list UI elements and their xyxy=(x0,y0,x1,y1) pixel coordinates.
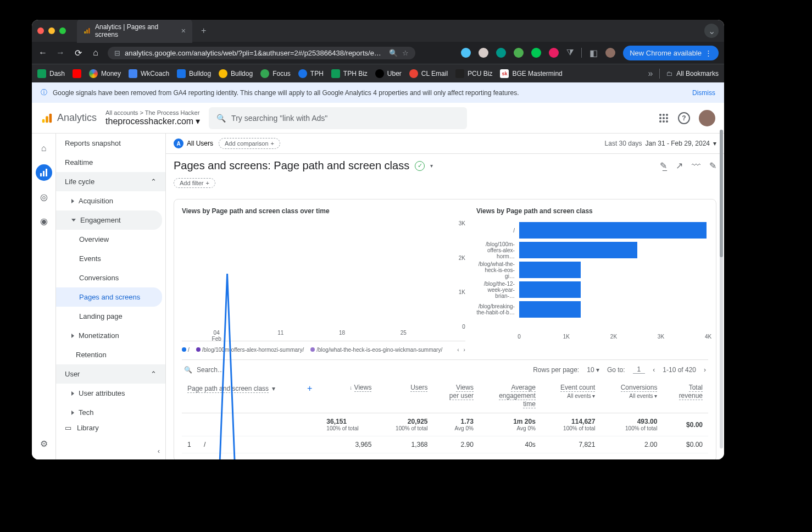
bookmark[interactable]: CL Email xyxy=(409,69,448,78)
extension-icon[interactable] xyxy=(496,48,506,58)
extension-icon[interactable] xyxy=(549,48,559,58)
sidebar-conversions[interactable]: Conversions xyxy=(56,268,165,287)
sidebar-engagement[interactable]: Engagement xyxy=(56,210,162,230)
bar-track xyxy=(519,301,708,318)
rail-admin-icon[interactable]: ⚙ xyxy=(36,435,52,452)
scrollbar[interactable] xyxy=(720,130,723,448)
bar-row[interactable]: /blog/breaking-the-habit-of-b… xyxy=(476,300,708,319)
extension-icon[interactable] xyxy=(531,48,541,58)
sidebar-group-lifecycle[interactable]: Life cycle⌃ xyxy=(56,172,165,191)
sidebar-pages-screens[interactable]: Pages and screens xyxy=(56,287,162,307)
sidebar-overview[interactable]: Overview xyxy=(56,230,165,249)
bookmark[interactable]: Bulldog xyxy=(177,69,211,78)
audience-chip[interactable]: A All Users xyxy=(174,138,213,148)
bar-row[interactable]: / xyxy=(476,220,708,240)
rail-explore-icon[interactable]: ◎ xyxy=(36,189,52,205)
goto-input[interactable]: 1 xyxy=(633,365,646,374)
chevron-down-icon[interactable]: ⌄ xyxy=(704,24,719,38)
sidebar-realtime[interactable]: Realtime xyxy=(56,153,165,172)
col-revenue[interactable]: Totalrevenue xyxy=(663,379,708,413)
edit-icon[interactable]: ✎ xyxy=(709,160,716,171)
add-comparison-button[interactable]: Add comparison+ xyxy=(219,138,280,149)
col-avg-engagement[interactable]: Averageengagementtime xyxy=(479,379,541,413)
legend-prev-icon[interactable]: ‹ xyxy=(457,347,459,353)
next-page-icon[interactable]: › xyxy=(704,366,706,374)
site-info-icon[interactable]: ⊟ xyxy=(114,49,120,57)
insights-icon[interactable]: 〰 xyxy=(692,160,700,171)
browser-tab[interactable]: Analytics | Pages and screens × xyxy=(77,20,192,43)
sidepanel-icon[interactable]: ◧ xyxy=(589,48,598,58)
dropdown-icon[interactable]: ▾ xyxy=(430,163,433,169)
svg-rect-5 xyxy=(49,113,52,123)
legend-next-icon[interactable]: › xyxy=(464,347,465,353)
bookmark[interactable]: PCU Biz xyxy=(455,69,492,78)
rows-per-page-select[interactable]: 10 ▾ xyxy=(587,366,599,374)
overflow-icon[interactable]: » xyxy=(648,69,653,79)
col-conversions[interactable]: ConversionsAll events ▾ xyxy=(600,379,663,413)
search-field[interactable]: 🔍 Try searching "link with Ads" xyxy=(209,107,467,129)
sidebar-user-attributes[interactable]: User attributes xyxy=(56,384,165,403)
bar-row[interactable]: /blog/what-the-heck-is-eos-gi… xyxy=(476,260,708,280)
svg-point-7 xyxy=(663,114,665,116)
bookmark[interactable]: TPH xyxy=(298,69,324,78)
sidebar-landing-page[interactable]: Landing page xyxy=(56,307,165,326)
avatar[interactable] xyxy=(699,110,715,126)
forward-icon[interactable]: → xyxy=(55,48,66,58)
help-icon[interactable]: ? xyxy=(678,112,690,124)
back-icon[interactable]: ← xyxy=(37,48,48,58)
scrollbar-thumb[interactable] xyxy=(720,130,723,257)
add-filter-button[interactable]: Add filter+ xyxy=(174,178,215,188)
bookmark[interactable]: skBGE Mastermind xyxy=(500,69,562,78)
rail-reports-icon[interactable] xyxy=(36,164,52,181)
sidebar-monetization[interactable]: Monetization xyxy=(56,326,165,345)
bookmark[interactable]: Focus xyxy=(260,69,291,78)
zoom-icon[interactable]: 🔍 xyxy=(389,49,398,57)
col-event-count[interactable]: Event countAll events ▾ xyxy=(541,379,601,413)
profile-icon[interactable] xyxy=(605,48,615,58)
bookmark[interactable]: TPH Biz xyxy=(331,69,368,78)
property-name: theprocesshacker.com xyxy=(105,117,193,126)
bar-row[interactable]: /blog/100m-offers-alex-horm… xyxy=(476,240,708,260)
extensions-icon[interactable]: ⧩ xyxy=(566,48,574,58)
home-icon[interactable]: ⌂ xyxy=(90,48,101,58)
all-bookmarks-button[interactable]: 🗀All Bookmarks xyxy=(666,70,719,77)
prev-page-icon[interactable]: ‹ xyxy=(653,366,655,374)
ga-logo[interactable]: Analytics xyxy=(41,112,97,124)
verified-icon[interactable]: ✓ xyxy=(415,161,425,171)
bookmark[interactable]: WkCoach xyxy=(129,69,169,78)
close-tab-icon[interactable]: × xyxy=(181,26,186,35)
date-range-picker[interactable]: Last 30 days Jan 31 - Feb 29, 2024 ▾ xyxy=(605,140,716,147)
account-picker[interactable]: All accounts > The Process Hacker thepro… xyxy=(105,109,200,126)
customize-icon[interactable]: ✎̲ xyxy=(660,160,667,171)
extension-icon[interactable] xyxy=(514,48,524,58)
url-field[interactable]: ⊟ analytics.google.com/analytics/web/?pl… xyxy=(108,47,415,59)
close-window-icon[interactable] xyxy=(37,27,44,34)
apps-icon[interactable] xyxy=(658,113,669,124)
sidebar-library[interactable]: ▭Library xyxy=(56,418,165,437)
extension-icon[interactable] xyxy=(461,48,471,58)
bookmark[interactable]: Uber xyxy=(375,69,402,78)
reload-icon[interactable]: ⟳ xyxy=(73,48,84,58)
sidebar-acquisition[interactable]: Acquisition xyxy=(56,191,165,210)
minimize-window-icon[interactable] xyxy=(48,27,55,34)
caret-right-icon xyxy=(71,199,74,203)
bookmark[interactable] xyxy=(73,69,81,78)
sidebar-group-user[interactable]: User⌃ xyxy=(56,364,165,384)
star-icon[interactable]: ☆ xyxy=(402,49,409,57)
bookmark[interactable]: Dash xyxy=(37,69,65,78)
share-icon[interactable]: ↗ xyxy=(676,160,683,171)
extension-icon[interactable] xyxy=(479,48,488,58)
sidebar-retention[interactable]: Retention xyxy=(56,345,165,364)
maximize-window-icon[interactable] xyxy=(59,27,66,34)
sidebar-reports-snapshot[interactable]: Reports snapshot xyxy=(56,134,165,153)
bar-row[interactable]: /blog/the-12-week-year-brian-… xyxy=(476,280,708,300)
update-chrome-button[interactable]: New Chrome available ⋮ xyxy=(623,46,719,60)
new-tab-button[interactable]: + xyxy=(197,26,210,36)
bookmark[interactable]: Money xyxy=(89,69,121,78)
bookmark[interactable]: Bulldog xyxy=(219,69,253,78)
rail-advertising-icon[interactable]: ◉ xyxy=(36,213,52,229)
collapse-sidebar-icon[interactable]: ‹ xyxy=(158,447,160,455)
rail-home-icon[interactable]: ⌂ xyxy=(36,140,52,157)
dismiss-button[interactable]: Dismiss xyxy=(692,89,715,97)
sidebar-events[interactable]: Events xyxy=(56,249,165,268)
